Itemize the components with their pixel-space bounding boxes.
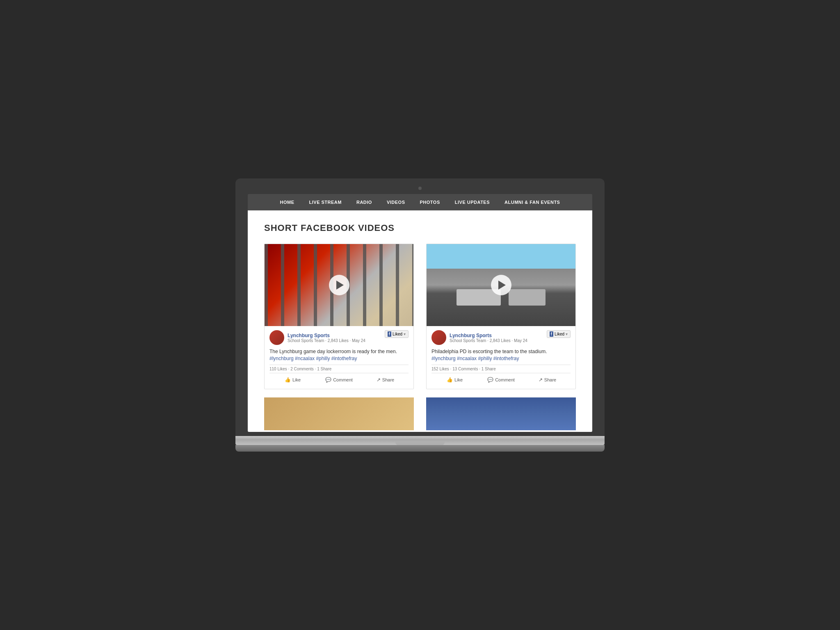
share-icon-1: ↗ <box>377 377 381 383</box>
nav-item-radio[interactable]: RADIO <box>349 194 379 210</box>
fb-liked-dropdown-1[interactable]: ▾ <box>404 332 406 336</box>
laptop-camera <box>418 187 422 190</box>
nav-list: HOME LIVE STREAM RADIO VIDEOS PHOTOS LIV… <box>248 194 592 210</box>
fb-comment-btn-1[interactable]: 💬 Comment <box>316 375 362 385</box>
nav-item-live-stream[interactable]: LIVE STREAM <box>302 194 349 210</box>
like-icon-1: 👍 <box>285 377 291 383</box>
fb-like-btn-1[interactable]: 👍 Like <box>269 375 316 385</box>
fb-liked-f-icon-1: f <box>388 331 391 337</box>
fb-avatar-img-1 <box>269 330 284 345</box>
main-content: SHORT FACEBOOK VIDEOS <box>248 210 592 432</box>
nav-item-photos[interactable]: PHOTOS <box>413 194 447 210</box>
fb-comment-label-1: Comment <box>333 377 353 382</box>
laptop-frame: HOME LIVE STREAM RADIO VIDEOS PHOTOS LIV… <box>235 178 605 452</box>
laptop-base <box>235 436 605 445</box>
laptop-foot <box>235 445 605 452</box>
nav-item-live-updates[interactable]: LIVE UPDATES <box>447 194 497 210</box>
preview-thumb-2[interactable] <box>426 397 576 430</box>
fb-hashtags-2[interactable]: #lynchburg #ncaalax #philly #intothefray <box>431 356 519 361</box>
fb-meta-2: School Sports Team · 2,843 Likes · May 2… <box>450 338 527 343</box>
laptop-bezel: HOME LIVE STREAM RADIO VIDEOS PHOTOS LIV… <box>235 178 605 436</box>
fb-avatar-img-2 <box>431 330 446 345</box>
nav-item-home[interactable]: HOME <box>273 194 302 210</box>
video-card-1: Lynchburg Sports School Sports Team · 2,… <box>264 244 414 389</box>
fb-like-label-2: Like <box>454 377 463 382</box>
fb-share-btn-2[interactable]: ↗ Share <box>524 375 571 385</box>
fb-username-2[interactable]: Lynchburg Sports <box>450 333 527 338</box>
videos-grid: Lynchburg Sports School Sports Team · 2,… <box>264 244 576 389</box>
fb-user-details-2: Lynchburg Sports School Sports Team · 2,… <box>450 333 527 343</box>
fb-post-text-2: Philadelphia PD is escorting the team to… <box>431 348 571 362</box>
fb-actions-2: 👍 Like 💬 Comment ↗ Share <box>431 375 571 385</box>
fb-header-1: Lynchburg Sports School Sports Team · 2,… <box>269 330 409 345</box>
fb-user-info-1: Lynchburg Sports School Sports Team · 2,… <box>269 330 365 345</box>
fb-comment-label-2: Comment <box>495 377 515 382</box>
fb-liked-button-2[interactable]: f Liked ▾ <box>547 330 571 338</box>
fb-like-btn-2[interactable]: 👍 Like <box>431 375 478 385</box>
fb-header-2: Lynchburg Sports School Sports Team · 2,… <box>431 330 571 345</box>
share-icon-2: ↗ <box>539 377 543 383</box>
fb-comment-btn-2[interactable]: 💬 Comment <box>478 375 524 385</box>
video-thumbnail-1[interactable] <box>265 244 413 326</box>
fb-post-info-2: Lynchburg Sports School Sports Team · 2,… <box>427 326 575 389</box>
fb-avatar-1 <box>269 330 284 345</box>
like-icon-2: 👍 <box>447 377 453 383</box>
fb-user-details-1: Lynchburg Sports School Sports Team · 2,… <box>288 333 365 343</box>
fb-liked-button-1[interactable]: f Liked ▾ <box>385 330 409 338</box>
nav-item-alumni[interactable]: ALUMNI & FAN EVENTS <box>497 194 567 210</box>
page-title: SHORT FACEBOOK VIDEOS <box>264 223 576 233</box>
videos-preview-row <box>264 397 576 430</box>
play-button-1[interactable] <box>329 275 349 295</box>
fb-username-1[interactable]: Lynchburg Sports <box>288 333 365 338</box>
play-button-2[interactable] <box>491 275 511 295</box>
fb-share-btn-1[interactable]: ↗ Share <box>362 375 409 385</box>
fb-actions-1: 👍 Like 💬 Comment ↗ Share <box>269 375 409 385</box>
fb-share-label-2: Share <box>544 377 556 382</box>
laptop-screen: HOME LIVE STREAM RADIO VIDEOS PHOTOS LIV… <box>248 194 592 432</box>
preview-locker-bg <box>264 397 414 430</box>
fb-liked-dropdown-2[interactable]: ▾ <box>566 332 568 336</box>
fb-share-label-1: Share <box>382 377 394 382</box>
site-navigation: HOME LIVE STREAM RADIO VIDEOS PHOTOS LIV… <box>248 194 592 210</box>
fb-post-info-1: Lynchburg Sports School Sports Team · 2,… <box>265 326 413 389</box>
preview-bus2-bg <box>426 397 576 430</box>
fb-hashtags-1[interactable]: #lynchburg #ncaalax #philly #intothefray <box>269 356 357 361</box>
fb-stats-2: 152 Likes · 13 Comments · 1 Share <box>431 365 571 373</box>
fb-like-label-1: Like <box>292 377 301 382</box>
fb-liked-f-icon-2: f <box>550 331 553 337</box>
comment-icon-1: 💬 <box>325 377 331 383</box>
fb-avatar-2 <box>431 330 446 345</box>
preview-thumb-1[interactable] <box>264 397 414 430</box>
fb-stats-1: 110 Likes · 2 Comments · 1 Share <box>269 365 409 373</box>
fb-post-body-1: The Lynchburg game day lockerroom is rea… <box>269 349 397 354</box>
play-triangle-1 <box>336 281 344 290</box>
fb-liked-label-1: Liked <box>393 332 402 336</box>
video-card-2: Lynchburg Sports School Sports Team · 2,… <box>426 244 576 389</box>
video-thumbnail-2[interactable] <box>427 244 575 326</box>
fb-post-body-2: Philadelphia PD is escorting the team to… <box>431 349 547 354</box>
comment-icon-2: 💬 <box>487 377 493 383</box>
fb-liked-label-2: Liked <box>555 332 564 336</box>
play-triangle-2 <box>498 281 506 290</box>
fb-meta-1: School Sports Team · 2,843 Likes · May 2… <box>288 338 365 343</box>
fb-user-info-2: Lynchburg Sports School Sports Team · 2,… <box>431 330 527 345</box>
fb-post-text-1: The Lynchburg game day lockerroom is rea… <box>269 348 409 362</box>
nav-item-videos[interactable]: VIDEOS <box>379 194 413 210</box>
